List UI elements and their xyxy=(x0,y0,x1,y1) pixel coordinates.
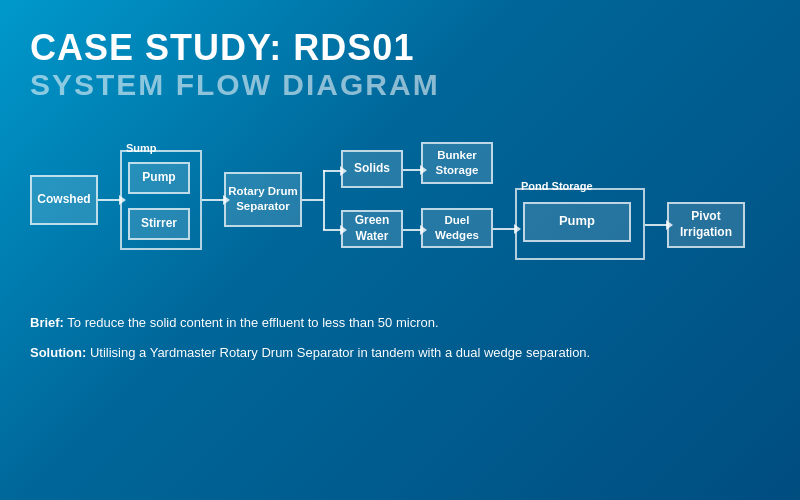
pond-storage-label: Pond Storage xyxy=(521,180,593,192)
sump-label: Sump xyxy=(126,142,157,154)
arrow-solids-bunker xyxy=(403,169,421,171)
cowshed-box: Cowshed xyxy=(30,175,98,225)
rds-box: Rotary Drum Separator xyxy=(224,172,302,227)
duel-wedges-box: Duel Wedges xyxy=(421,208,493,248)
solution-label: Solution: xyxy=(30,345,86,360)
description-section: Brief: To reduce the solid content in th… xyxy=(30,313,770,363)
arrow-sump-rds xyxy=(202,199,224,201)
sump-group: Sump Pump Stirrer xyxy=(120,150,202,250)
arrow-fork-v xyxy=(323,170,325,230)
brief-paragraph: Brief: To reduce the solid content in th… xyxy=(30,313,770,333)
pond-pump-box: Pump xyxy=(523,202,631,242)
arrow-to-greenwater xyxy=(323,229,341,231)
bunker-storage-box: Bunker Storage xyxy=(421,142,493,184)
stirrer-box: Stirrer xyxy=(128,208,190,240)
title-case-study: CASE STUDY: RDS01 xyxy=(30,28,770,68)
arrow-cowshed-sump xyxy=(98,199,120,201)
arrow-rds-fork xyxy=(302,199,324,201)
title-sub: SYSTEM FLOW DIAGRAM xyxy=(30,68,770,102)
page-container: CASE STUDY: RDS01 SYSTEM FLOW DIAGRAM Co… xyxy=(0,0,800,500)
pump-box: Pump xyxy=(128,162,190,194)
arrow-duel-pond xyxy=(493,228,515,230)
arrow-pond-pivot xyxy=(645,224,667,226)
solution-paragraph: Solution: Utilising a Yardmaster Rotary … xyxy=(30,343,770,363)
brief-label: Brief: xyxy=(30,315,64,330)
flow-diagram: Cowshed Sump Pump Stirrer Rotary Drum Se… xyxy=(30,120,770,295)
arrow-to-solids xyxy=(323,170,341,172)
brief-text: To reduce the solid content in the efflu… xyxy=(64,315,439,330)
pond-storage-group: Pond Storage Pump xyxy=(515,188,645,260)
pivot-irrigation-box: Pivot Irrigation xyxy=(667,202,745,248)
solution-text: Utilising a Yardmaster Rotary Drum Separ… xyxy=(86,345,590,360)
solids-box: Solids xyxy=(341,150,403,188)
green-water-box: Green Water xyxy=(341,210,403,248)
arrow-gw-duel xyxy=(403,229,421,231)
